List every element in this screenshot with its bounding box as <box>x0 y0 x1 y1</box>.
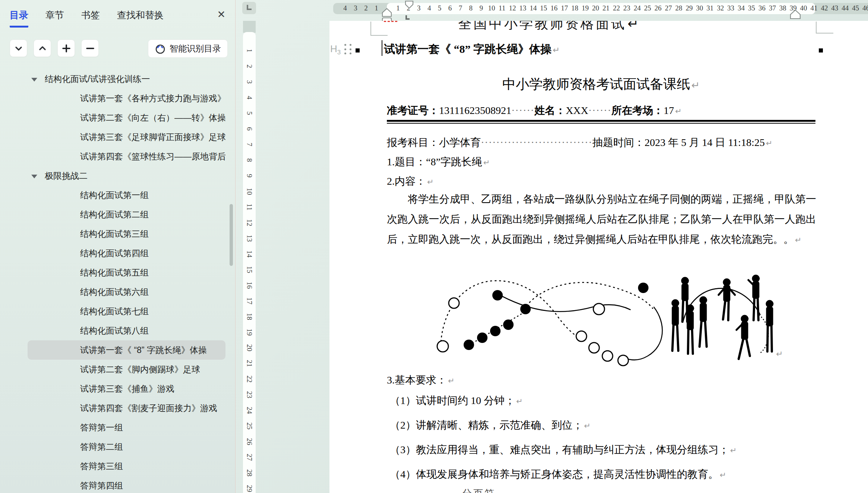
ruler-number: 45 <box>850 4 861 12</box>
candidate-info-line[interactable]: 准考证号：13111623508921······姓名：XXX······所在考… <box>387 104 682 118</box>
ruler-number: 16 <box>549 4 560 12</box>
plus-icon <box>61 44 71 53</box>
close-icon[interactable]: ✕ <box>217 9 225 20</box>
content-paragraph[interactable]: 将学生分成甲、乙两组，各站成一路纵队分别站立在绳子同侧的两端，正摇绳，甲队第一次… <box>387 189 816 250</box>
toc-item-label: 答辩第二组 <box>80 441 123 453</box>
tab-toc[interactable]: 目录 <box>10 9 28 28</box>
content-label-line[interactable]: 2.内容：↵ <box>387 174 434 188</box>
toc-item-label: 结构化面试第三组 <box>80 228 149 240</box>
requirement-line[interactable]: （3）教法应用得当，重、难点突出，有辅助与纠正方法，体现分组练习；↵ <box>390 438 737 462</box>
smart-identify-toc-button[interactable]: 智能识别目录 <box>148 39 228 58</box>
toc-item-label: 试讲第一套《 “8” 字跳长绳》体操 <box>80 344 207 356</box>
ruler-number: 11 <box>496 4 508 12</box>
chevron-down-icon <box>14 44 23 53</box>
toc-item[interactable]: 答辩第三组 <box>28 457 225 476</box>
ruler-number: 11 <box>245 201 253 213</box>
toc-item[interactable]: 试讲第三套《捕鱼》游戏 <box>28 379 225 398</box>
draw-time-value: 2023 年 5 月 14 日 11:18:25 <box>644 137 765 148</box>
tab-chapters[interactable]: 章节 <box>45 9 64 26</box>
clipped-previous-line: 全国中小学教师资格面试↵ <box>452 21 646 30</box>
page-break-indicator: 分页符 <box>462 487 496 493</box>
toc-item[interactable]: 结构化面试第四组 <box>28 244 225 263</box>
toc-item[interactable]: 结构化面试第一组 <box>28 185 225 205</box>
heading-level-badge: H3 <box>330 43 341 56</box>
ruler-number: 10 <box>245 185 253 198</box>
tab-stop-selector[interactable] <box>242 2 256 14</box>
ruler-number: 5 <box>245 107 253 120</box>
toc-item[interactable]: 试讲第一套《各种方式接力跑与游戏》田… <box>28 89 225 108</box>
ruler-number: 14 <box>528 4 539 12</box>
section-heading[interactable]: 试讲第一套《 “8” 字跳长绳》体操↵ <box>384 42 560 57</box>
zoom-in-button[interactable] <box>57 39 75 57</box>
toc-item[interactable]: 试讲第一套《 “8” 字跳长绳》体操 <box>28 340 225 360</box>
requirement-line[interactable]: （4）体现发展身体和培养与矫正身体姿态，提高灵活性协调性的教育。↵ <box>390 462 737 487</box>
ruler-number: 35 <box>746 4 757 12</box>
toc-group-item[interactable]: 结构化面试/试讲强化训练一 <box>28 69 225 89</box>
toc-item[interactable]: 结构化面试第二组 <box>28 205 225 224</box>
first-line-indent-marker[interactable] <box>404 0 414 9</box>
ruler-number: 22 <box>245 373 253 385</box>
section-heading-text: 试讲第一套《 “8” 字跳长绳》体操 <box>384 43 552 55</box>
toc-item[interactable]: 结构化面试第七组 <box>28 302 225 321</box>
right-indent-marker[interactable] <box>790 9 801 20</box>
heading-anchor-square-right <box>819 48 823 53</box>
pilcrow-mark: ↵ <box>675 107 682 116</box>
tab-find-replace[interactable]: 查找和替换 <box>117 9 164 26</box>
toc-toolbar: 智能识别目录 <box>10 39 228 57</box>
toc-item[interactable]: 结构化面试第六组 <box>28 282 225 302</box>
figure-illustration: ↵ <box>432 259 785 369</box>
toc-item[interactable]: 结构化面试第三组 <box>28 224 225 244</box>
dot-leader: ······ <box>511 105 534 116</box>
ruler-number: 8 <box>245 154 253 166</box>
ruler-number: 23 <box>245 388 253 401</box>
toc-item[interactable]: 结构化面试第八组 <box>28 321 225 340</box>
requirement-text: （3）教法应用得当，重、难点突出，有辅助与纠正方法，体现分组练习； <box>390 444 729 455</box>
requirement-line[interactable]: （1）试讲时间约 10 分钟；↵ <box>390 389 737 413</box>
vertical-ruler[interactable]: 1234567891011121314151617181920212223242… <box>243 32 256 493</box>
ruler-number: 25 <box>642 4 653 12</box>
toc-item[interactable]: 试讲第二套《向左（右）——转》体操 <box>28 108 225 127</box>
triangle-expand-icon[interactable] <box>31 175 37 178</box>
ruler-number: 27 <box>245 451 253 464</box>
tab-bookmarks[interactable]: 书签 <box>81 9 100 26</box>
toc-item-label: 试讲第四套《割麦子迎面接力》游戏 <box>80 403 217 414</box>
sidebar-tab-bar: 目录 章节 书签 查找和替换 ✕ <box>0 0 235 28</box>
ruler-number: 28 <box>245 467 253 479</box>
thick-thin-divider <box>387 120 815 124</box>
ruler-number: 24 <box>632 4 643 12</box>
toc-item[interactable]: 试讲第四套《割麦子迎面接力》游戏 <box>28 398 225 418</box>
page-break-label: 分页符 <box>462 488 496 493</box>
requirement-line[interactable]: （2）讲解清晰、精炼，示范准确、到位；↵ <box>390 413 737 438</box>
toc-item-label: 结构化面试第七组 <box>80 306 149 317</box>
room-value: 17 <box>664 105 674 116</box>
pilcrow-mark: ↵ <box>427 178 434 187</box>
ruler-number: 19 <box>245 326 253 338</box>
toc-item[interactable]: 试讲第三套《足球脚背正面接球》足球 <box>28 127 225 147</box>
toc-group-item[interactable]: 极限挑战二 <box>28 166 225 185</box>
toc-item[interactable]: 答辩第四组 <box>28 476 225 493</box>
toc-item[interactable]: 试讲第二套《脚内侧踢球》足球 <box>28 360 225 379</box>
document-page[interactable]: 全国中小学教师资格面试↵ H3 试讲第一套《 “8” 字跳长绳》体操↵ 中小学教… <box>329 21 868 493</box>
toc-item[interactable]: 试讲第四套《篮球性练习——原地背后按… <box>28 147 225 166</box>
toc-item[interactable]: 结构化面试第五组 <box>28 263 225 282</box>
toc-item[interactable]: 答辩第一组 <box>28 418 225 437</box>
expand-all-button[interactable] <box>10 39 27 57</box>
toc-item-label: 结构化面试/试讲强化训练一 <box>45 73 150 85</box>
subject-line[interactable]: 报考科目：小学体育·····························抽题… <box>387 136 773 150</box>
question-title-line[interactable]: 1.题目：“8”字跳长绳↵ <box>387 155 490 169</box>
toc-item[interactable]: 答辩第二组 <box>28 437 225 457</box>
collapse-all-button[interactable] <box>34 39 51 57</box>
ruler-number: 26 <box>245 435 253 448</box>
pilcrow-mark: ↵ <box>553 45 560 55</box>
sidebar-scrollbar-thumb[interactable] <box>230 204 233 266</box>
toc-item-label: 极限挑战二 <box>45 170 88 182</box>
drag-handle-icon[interactable] <box>344 44 353 55</box>
pilcrow-mark: ↵ <box>691 80 700 91</box>
ruler-number: 29 <box>684 4 695 12</box>
triangle-expand-icon[interactable] <box>31 78 37 82</box>
zoom-out-button[interactable] <box>81 39 99 57</box>
requirement-text: （4）体现发展身体和培养与矫正身体姿态，提高灵活性协调性的教育。 <box>390 468 719 480</box>
requirements-heading[interactable]: 3.基本要求：↵ <box>387 373 455 387</box>
document-title[interactable]: 中小学教师资格考试面试备课纸↵ <box>387 75 815 93</box>
margin-corner-mark-right <box>816 22 833 34</box>
